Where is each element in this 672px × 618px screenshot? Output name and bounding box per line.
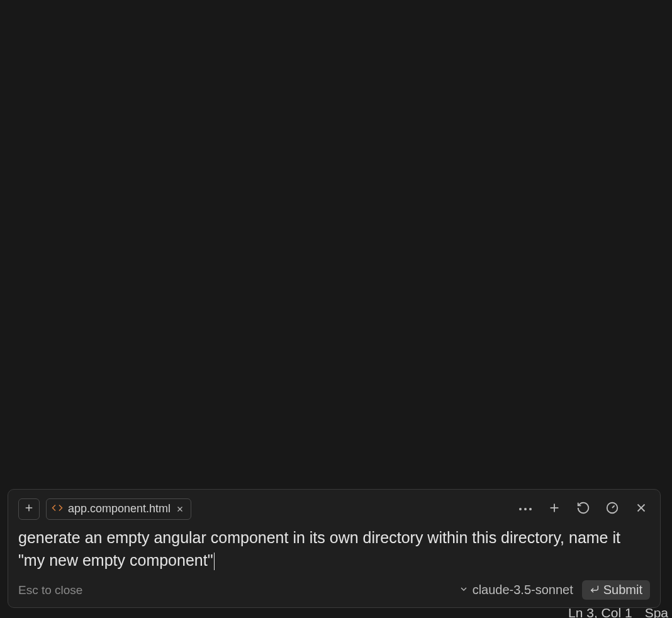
model-name: claude-3.5-sonnet [473,583,573,597]
svg-line-7 [612,505,615,508]
close-hint: Esc to close [18,583,82,597]
panel-footer-row: Esc to close claude-3.5-sonnet Submit [18,580,650,600]
text-cursor [214,553,215,570]
enter-icon [590,583,600,597]
refresh-button[interactable] [574,500,592,518]
cursor-position[interactable]: Ln 3, Col 1 [568,605,632,618]
chevron-down-icon [459,583,469,597]
panel-footer-right: claude-3.5-sonnet Submit [459,580,650,600]
prompt-input[interactable]: generate an empty angular component in i… [18,526,650,572]
refresh-icon [576,501,590,517]
close-icon [634,501,648,517]
more-options-button[interactable] [517,500,534,518]
context-file-name: app.component.html [68,502,171,515]
ai-prompt-panel: app.component.html [8,489,661,609]
gauge-icon [605,501,619,517]
indentation-status[interactable]: Spa [645,605,668,618]
panel-header-left: app.component.html [18,498,191,520]
plus-icon [23,502,35,516]
status-bar: Ln 3, Col 1 Spa [0,604,672,618]
context-file-chip[interactable]: app.component.html [46,498,191,520]
performance-button[interactable] [603,500,621,518]
prompt-text: generate an empty angular component in i… [18,529,620,569]
model-selector[interactable]: claude-3.5-sonnet [459,583,573,597]
code-icon [52,502,63,516]
remove-chip-button[interactable] [176,505,184,514]
close-panel-button[interactable] [632,500,650,518]
new-chat-button[interactable] [546,500,563,518]
add-context-button[interactable] [18,498,40,520]
submit-button[interactable]: Submit [582,580,650,600]
panel-header-row: app.component.html [18,498,650,520]
more-icon [519,508,532,510]
panel-header-right [517,500,650,518]
submit-label: Submit [603,583,642,597]
plus-icon [547,501,561,517]
